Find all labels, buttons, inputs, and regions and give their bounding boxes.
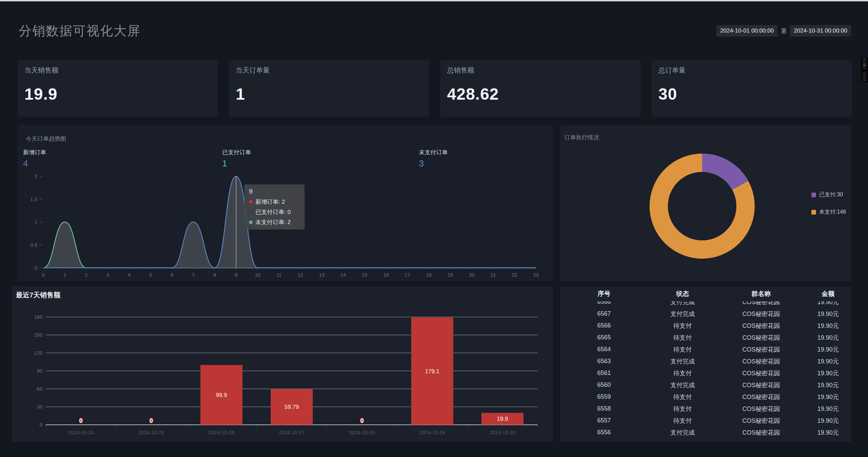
svg-text:8: 8 <box>213 272 216 278</box>
svg-text:4: 4 <box>128 272 130 278</box>
svg-text:2024-10-25: 2024-10-25 <box>138 430 164 435</box>
svg-text:2: 2 <box>85 272 88 278</box>
table-row: 6556支付完成COS秘密花园19.90元 <box>560 426 851 438</box>
amount-cell: 19.90元 <box>805 393 851 401</box>
order-id-cell: 6564 <box>560 346 648 353</box>
stat-card-value: 428.62 <box>447 85 499 103</box>
status-cell: 待支付 <box>648 393 717 401</box>
svg-text:0: 0 <box>79 417 83 424</box>
series-dot-icon <box>249 210 253 214</box>
svg-text:1: 1 <box>63 272 66 278</box>
date-range-picker: 2024-10-01 00:00:00 至 2024-10-31 00:00:0… <box>716 25 851 37</box>
status-cell: 待支付 <box>648 345 717 354</box>
svg-text:2024-10-26: 2024-10-26 <box>208 430 234 435</box>
svg-text:19.9: 19.9 <box>497 416 508 422</box>
status-cell: 待支付 <box>648 369 717 377</box>
legend-swatch-icon <box>811 210 816 215</box>
sales-bar-chart[interactable]: 030609012015018002024-10-2402024-10-2599… <box>12 286 553 442</box>
stat-card-value: 1 <box>236 85 245 103</box>
status-cell: 待支付 <box>648 405 717 413</box>
status-cell: 待支付 <box>648 417 717 425</box>
order-execution-donut-chart[interactable] <box>560 125 851 281</box>
side-scroll-widget[interactable] <box>861 57 868 82</box>
dash-icon <box>863 77 866 78</box>
svg-text:30: 30 <box>37 404 42 410</box>
svg-text:0: 0 <box>35 265 37 271</box>
svg-text:2024-10-24: 2024-10-24 <box>68 430 94 435</box>
svg-text:120: 120 <box>34 350 42 356</box>
stat-card-label: 当天订单量 <box>236 66 270 75</box>
svg-text:2024-10-29: 2024-10-29 <box>419 430 445 435</box>
order-id-cell: 6565 <box>560 334 648 341</box>
order-id-cell: 6563 <box>560 358 648 365</box>
date-start-input[interactable]: 2024-10-01 00:00:00 <box>716 25 777 37</box>
dash-icon <box>863 58 866 59</box>
status-cell: 支付完成 <box>648 357 717 365</box>
order-id-cell: 6567 <box>560 310 648 317</box>
svg-text:90: 90 <box>37 368 42 374</box>
table-row: 6559待支付COS秘密花园19.90元 <box>560 391 851 403</box>
svg-text:12: 12 <box>297 272 303 278</box>
svg-text:11: 11 <box>276 272 282 278</box>
status-cell: 支付完成 <box>648 310 717 318</box>
svg-text:19: 19 <box>447 272 453 278</box>
svg-text:0: 0 <box>360 417 364 424</box>
amount-cell: 19.90元 <box>805 357 851 365</box>
order-id-cell: 6566 <box>560 322 648 329</box>
amount-cell: 19.90元 <box>805 429 851 437</box>
svg-text:1: 1 <box>35 219 37 225</box>
donut-legend: 已支付:30未支付:146 <box>811 191 846 226</box>
group-name-cell: COS秘密花园 <box>717 393 805 401</box>
amount-cell: 19.90元 <box>805 310 851 318</box>
amount-cell: 19.90元 <box>805 405 851 413</box>
table-row: 6567支付完成COS秘密花园19.90元 <box>560 308 851 320</box>
svg-text:2024-10-28: 2024-10-28 <box>349 430 375 435</box>
amount-cell: 19.90元 <box>805 381 851 389</box>
date-end-input[interactable]: 2024-10-31 00:00:00 <box>790 25 851 37</box>
group-name-cell: COS秘密花园 <box>717 429 805 437</box>
legend-item[interactable]: 未支付:146 <box>811 208 846 216</box>
active-dash-icon <box>863 65 866 65</box>
stat-card-today-orders: 当天订单量 1 <box>229 60 429 117</box>
table-row: 6561待支付COS秘密花园19.90元 <box>560 367 851 379</box>
group-name-cell: COS秘密花园 <box>717 322 805 330</box>
status-cell: 待支付 <box>648 322 717 330</box>
stat-cards-row: 当天销售额 19.9 当天订单量 1 总销售额 428.62 总订单量 30 <box>18 60 852 117</box>
tooltip-row: 新增订单: 2 <box>249 198 300 206</box>
order-execution-panel: 订单执行情况 已支付:30未支付:146 <box>560 125 851 281</box>
svg-text:2: 2 <box>35 173 37 179</box>
order-id-cell: 6561 <box>560 370 648 377</box>
chart-tooltip: 9 新增订单: 2已支付订单: 0未支付订单: 2 <box>244 184 305 230</box>
order-id-cell: 6568 <box>560 301 648 305</box>
legend-item[interactable]: 已支付:30 <box>811 191 846 198</box>
group-name-cell: COS秘密花园 <box>717 301 805 306</box>
stat-card-today-sales: 当天销售额 19.9 <box>18 60 218 117</box>
svg-text:20: 20 <box>469 272 475 278</box>
table-header-cell: 状态 <box>648 290 717 298</box>
status-cell: 支付完成 <box>648 381 717 389</box>
dash-icon <box>863 60 866 61</box>
group-name-cell: COS秘密花园 <box>717 405 805 413</box>
table-body[interactable]: 6568支付完成COS秘密花园19.90元6567支付完成COS秘密花园19.9… <box>560 301 851 438</box>
top-window-strip <box>0 0 868 1</box>
table-header-row: 序号状态群名称金额 <box>560 286 851 301</box>
svg-text:18: 18 <box>426 272 432 278</box>
tooltip-text: 已支付订单: 0 <box>255 208 291 216</box>
svg-text:10: 10 <box>255 272 261 278</box>
dash-icon <box>863 62 866 62</box>
group-name-cell: COS秘密花园 <box>717 357 805 365</box>
tooltip-text: 新增订单: 2 <box>255 198 285 206</box>
order-id-cell: 6558 <box>560 405 648 412</box>
dash-icon <box>863 78 866 79</box>
svg-text:7: 7 <box>192 272 195 278</box>
tooltip-row: 已支付订单: 0 <box>249 208 300 216</box>
stat-card-label: 当天销售额 <box>24 66 58 75</box>
amount-cell: 19.90元 <box>805 417 851 425</box>
tooltip-title: 9 <box>249 188 300 195</box>
svg-text:13: 13 <box>319 272 325 278</box>
svg-text:15: 15 <box>362 272 368 278</box>
dash-icon <box>863 69 866 71</box>
series-dot-icon <box>249 200 253 204</box>
stat-card-total-orders: 总订单量 30 <box>652 60 852 117</box>
stat-card-label: 总订单量 <box>658 66 686 75</box>
